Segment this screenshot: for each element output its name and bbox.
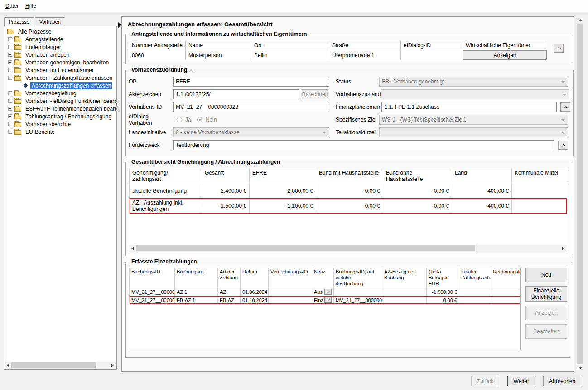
scroll-up-button[interactable]	[576, 16, 584, 24]
tree-item-eu-berichte[interactable]: EU-Berichte	[5, 128, 116, 136]
tree-item-endempfaenger[interactable]: Endempfänger	[5, 43, 116, 51]
column-header: AZ-Bezug der Buchung	[382, 268, 427, 288]
zurueck-button[interactable]: Zurück	[471, 376, 500, 386]
scroll-right-button[interactable]	[560, 245, 567, 252]
column-header: Rechnungsle	[491, 268, 521, 288]
tree-item-antragstellende[interactable]: Antragstellende	[5, 35, 116, 43]
foerderzweck-field[interactable]: Testförderung	[173, 140, 554, 150]
finanzielle-berichtigung-button[interactable]: Finanzielle Berichtigung	[525, 286, 567, 302]
landesinitiative-dropdown[interactable]: 0 - keine Vorhabensklasse	[173, 127, 329, 137]
expand-plus-icon[interactable]	[8, 107, 12, 111]
tree-item-vorhabensberichte[interactable]: Vorhabensberichte	[5, 120, 116, 128]
page-title: Abrechnungszahlungen erfassen: Gesamtübe…	[122, 17, 574, 29]
expand-plus-icon[interactable]	[8, 45, 12, 49]
column-header: Datum	[241, 268, 269, 288]
radio-nein[interactable]	[197, 117, 202, 122]
column-header: Buchungsnr.	[175, 268, 218, 288]
tree-item-esf-jtf-teilnehmendendaten[interactable]: ESF+/JTF-Teilnehmendendaten bearbeiten	[5, 105, 116, 112]
tab-prozesse[interactable]: Prozesse	[4, 17, 34, 26]
spezifisches-ziel-dropdown[interactable]: WS-1 - (WS) TestSpezifischesZiel1	[379, 115, 568, 125]
expand-plus-icon[interactable]	[8, 114, 12, 118]
main-panel: Abrechnungszahlungen erfassen: Gesamtübe…	[121, 16, 574, 372]
payments-table: Buchungs-ID Buchungsnr. Art der Zahlung …	[129, 268, 521, 304]
finanzplanelement-field[interactable]: 1.1. FPE 1.1 Zuschuss	[381, 102, 557, 112]
overview-row-auszahlung-highlighted[interactable]: AZ - Auszahlung inkl. Berichtigungen -1.…	[130, 198, 567, 214]
tree-item-abrechnungszahlungen[interactable]: Abrechnungszahlungen erfassen	[5, 82, 116, 89]
arrow-right-icon	[562, 247, 564, 250]
scroll-left-button[interactable]	[5, 362, 11, 369]
sidebar-horizontal-scrollbar[interactable]	[5, 362, 116, 369]
note-goto-button[interactable]: ->	[324, 289, 332, 295]
finanzplanelement-goto-button[interactable]: ->	[560, 102, 570, 112]
abbrechen-button[interactable]: Abbrechen	[543, 376, 581, 386]
status-dropdown[interactable]: BB - Vorhaben genehmigt	[379, 77, 568, 87]
bearbeiten-button[interactable]: Bearbeiten	[525, 324, 567, 339]
aktenzeichen-field[interactable]: 1.1./00122/25/	[173, 89, 299, 99]
applicants-table: Nummer Antragstelle... Name Ort Straße e…	[129, 40, 547, 60]
vorhabenszustand-dropdown[interactable]	[381, 89, 569, 99]
overview-row-genehmigung[interactable]: aktuelle Genehmigung 2.400,00 € 2.000,00…	[130, 184, 567, 198]
foerderzweck-label: Förderzweck	[129, 142, 173, 148]
vorhabens-id-field[interactable]: MV_21_27__0000000323	[173, 102, 329, 112]
column-header: Art der Zahlung	[218, 268, 241, 288]
sidebar: Prozesse Vorhaben Alle Prozesse Antragst…	[4, 17, 117, 370]
column-header: Genehmigung/ Zahlungsart	[130, 168, 202, 184]
teilaktionskuerzel-dropdown[interactable]	[379, 127, 568, 137]
scroll-down-button[interactable]	[576, 364, 584, 372]
tree-item-alle-prozesse[interactable]: Alle Prozesse	[5, 28, 116, 35]
expand-plus-icon[interactable]	[8, 60, 12, 64]
collapse-section-icon[interactable]	[189, 67, 193, 73]
menu-datei[interactable]: Datei	[2, 1, 22, 11]
expand-plus-icon[interactable]	[8, 68, 12, 72]
collapse-minus-icon[interactable]	[8, 76, 12, 80]
expand-plus-icon[interactable]	[8, 91, 12, 95]
foerderzweck-goto-button[interactable]: ->	[558, 141, 568, 150]
scrollbar-thumb[interactable]	[11, 362, 96, 368]
column-header: Land	[452, 168, 512, 184]
op-field[interactable]: EFRE	[173, 77, 329, 87]
weiter-button[interactable]: Weiter	[507, 376, 535, 386]
neu-button[interactable]: Neu	[525, 268, 567, 282]
scrollbar-thumb[interactable]	[136, 245, 475, 251]
arrow-left-icon	[7, 364, 9, 367]
anzeigen-eigentuemer-button[interactable]: Anzeigen	[463, 50, 547, 60]
applicant-goto-button[interactable]: ->	[554, 44, 564, 53]
arrow-left-icon	[131, 247, 134, 250]
scroll-left-button[interactable]	[129, 245, 136, 252]
tab-vorhaben[interactable]: Vorhaben	[35, 17, 65, 26]
tree-item-zahlungsantrag[interactable]: Zahlungsantrag / Rechnungslegung	[5, 112, 116, 120]
tree-item-vorhabensbegleitung[interactable]: Vorhabensbegleitung	[5, 89, 116, 97]
note-goto-button[interactable]: ->	[324, 297, 332, 303]
column-header: (Teil-) Betrag in EUR	[427, 268, 459, 288]
expand-plus-icon[interactable]	[8, 130, 12, 134]
expand-plus-icon[interactable]	[8, 37, 12, 41]
applicant-row[interactable]: 0060 Musterperson Sellin Uferpromenade 1…	[129, 50, 547, 60]
tree-item-efdialog-funktionen[interactable]: Vorhaben - efDialog Funktionen bearbeite…	[5, 97, 116, 105]
berechnen-button[interactable]: Berechnen	[301, 89, 329, 99]
expand-plus-icon[interactable]	[8, 53, 12, 57]
tree-item-vorhaben-endempfaenger[interactable]: Vorhaben für Endempfänger	[5, 66, 116, 74]
tree-item-zahlungsfluesse[interactable]: Vorhaben - Zahlungsflüsse erfassen	[5, 74, 116, 82]
scrollbar-thumb[interactable]	[577, 24, 583, 364]
column-header: Bund ohne Haushaltsstelle	[383, 168, 452, 184]
payment-row-az[interactable]: MV_21_27__000000 AZ 1 AZ 01.06.2024 Aus-…	[130, 288, 521, 296]
folder-icon	[14, 75, 22, 81]
expand-plus-icon[interactable]	[8, 122, 12, 126]
process-tree-panel: Alle Prozesse Antragstellende Endempfäng…	[4, 26, 117, 370]
applicant-section: Antragstellende und Informationen zu wir…	[125, 31, 570, 64]
radio-ja[interactable]	[177, 117, 182, 122]
main-vertical-scrollbar[interactable]	[576, 16, 584, 372]
scroll-right-button[interactable]	[109, 362, 116, 369]
vorhabens-id-label: Vorhabens-ID	[129, 104, 173, 110]
splitter-collapse-icon[interactable]	[118, 22, 121, 28]
aktenzeichen-label: Aktenzeichen	[129, 91, 173, 98]
overview-horizontal-scrollbar[interactable]	[129, 245, 567, 252]
tree-item-vorhaben-genehmigen[interactable]: Vorhaben genehmigen, bearbeiten	[5, 58, 116, 66]
anzeigen-button[interactable]: Anzeigen	[525, 306, 567, 320]
column-header: Verrechnungs-ID	[269, 268, 312, 288]
payment-row-fb-az-highlighted[interactable]: MV_21_27__000000 FB-AZ 1 FB-AZ 01.10.202…	[130, 296, 521, 304]
menu-hilfe[interactable]: Hilfe	[22, 1, 40, 11]
tree-item-vorhaben-anlegen[interactable]: Vorhaben anlegen	[5, 51, 116, 58]
folder-icon	[14, 113, 22, 119]
expand-plus-icon[interactable]	[8, 99, 12, 103]
